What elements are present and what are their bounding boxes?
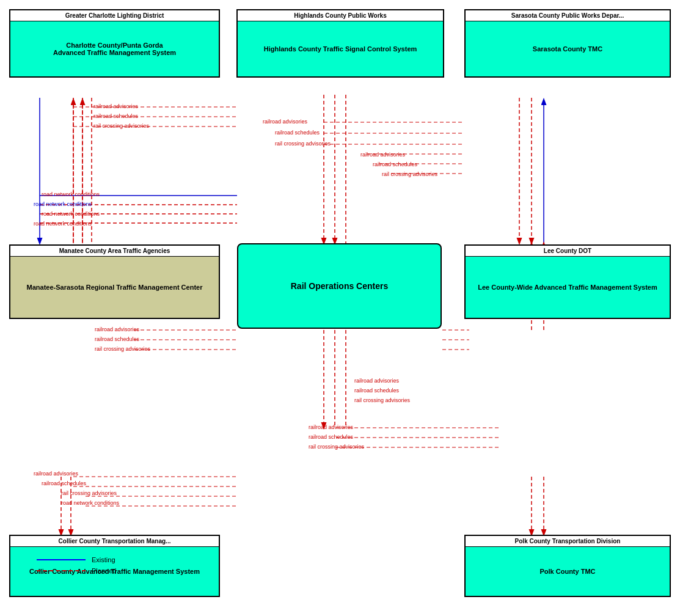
label-rr-adv-1: railroad advisories [93,103,138,109]
lee-header: Lee County DOT [466,246,670,257]
label-road-net-3: road network conditions [42,211,100,217]
label-road-net-2: road network conditions [34,201,92,207]
polk-header: Polk County Transportation Division [466,536,670,547]
label-rr-adv-7: railroad advisories [309,424,353,430]
label-rr-adv-5: railroad advisories [354,378,399,384]
highlands-node: Highlands County Public Works Highlands … [236,9,444,78]
lee-body: Lee County-Wide Advanced Traffic Managem… [466,257,670,318]
legend-planned: Planned [37,567,116,574]
label-road-net-4: road network conditions [34,221,92,227]
label-rr-adv-6: railroad advisories [34,471,78,477]
label-rr-sched-2: railroad schedules [275,130,320,136]
label-rr-sched-4: railroad schedules [95,336,139,342]
polk-node: Polk County Transportation Division Polk… [464,535,671,597]
label-rr-adv-2: railroad advisories [263,119,307,125]
manatee-body: Manatee-Sarasota Regional Traffic Manage… [10,257,219,318]
polk-body: Polk County TMC [466,547,670,596]
legend: Existing Planned [37,556,116,574]
legend-existing: Existing [37,556,116,563]
legend-planned-label: Planned [92,567,116,574]
label-rr-sched-5: railroad schedules [354,387,399,394]
label-rr-adv-3: railroad advisories [360,152,405,158]
legend-existing-label: Existing [92,556,115,563]
label-road-net-1: road network conditions [42,191,100,197]
label-rail-cross-3: rail crossing advisories [382,171,437,177]
label-rr-sched-7: railroad schedules [309,434,353,440]
diagram-container: Greater Charlotte Lighting District Char… [0,0,680,587]
rail-node: Rail Operations Centers [237,243,442,329]
sarasota-node: Sarasota County Public Works Depar... Sa… [464,9,671,78]
label-rail-cross-7: rail crossing advisories [309,444,364,450]
legend-existing-line [37,559,86,560]
collier-header: Collier County Transportation Manag... [10,536,219,547]
charlotte-node: Greater Charlotte Lighting District Char… [9,9,220,78]
label-rr-sched-6: railroad schedules [42,480,86,486]
label-rr-adv-4: railroad advisories [95,326,139,332]
charlotte-body: Charlotte County/Punta Gorda Advanced Tr… [10,21,219,76]
legend-planned-line [37,570,86,571]
label-rail-cross-2: rail crossing advisories [275,141,331,147]
label-rr-sched-3: railroad schedules [373,161,417,167]
label-rail-cross-4: rail crossing advisories [95,346,150,352]
sarasota-header: Sarasota County Public Works Depar... [466,10,670,21]
charlotte-header: Greater Charlotte Lighting District [10,10,219,21]
highlands-body: Highlands County Traffic Signal Control … [238,21,443,76]
rail-label: Rail Operations Centers [291,281,389,291]
sarasota-body: Sarasota County TMC [466,21,670,76]
lee-node: Lee County DOT Lee County-Wide Advanced … [464,244,671,319]
manatee-node: Manatee County Area Traffic Agencies Man… [9,244,220,319]
label-rail-cross-6: rail crossing advisories [61,490,117,496]
manatee-header: Manatee County Area Traffic Agencies [10,246,219,257]
label-rr-sched-1: railroad schedules [93,113,138,119]
label-rail-cross-1: rail crossing advisories [93,123,149,129]
highlands-header: Highlands County Public Works [238,10,443,21]
label-road-net-5: road network conditions [61,500,119,506]
label-rail-cross-5: rail crossing advisories [354,397,410,403]
